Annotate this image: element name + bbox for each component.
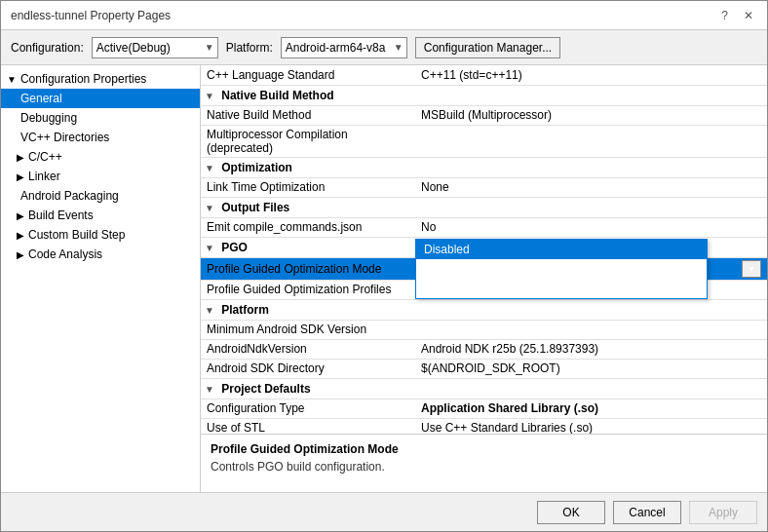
table-row-pgo-mode[interactable]: Profile Guided Optimization Mode Disable… (201, 257, 767, 280)
prop-name: Native Build Method (201, 105, 415, 125)
section-arrow-icon: ▼ (205, 305, 214, 316)
config-select-wrapper: Active(Debug) ▼ (92, 37, 218, 58)
table-row[interactable]: Configuration Type Application Shared Li… (201, 399, 767, 418)
section-arrow-icon: ▼ (205, 91, 214, 101)
prop-table: C++ Language Standard C++11 (std=c++11) … (201, 65, 767, 434)
sidebar-item-android-packaging[interactable]: Android Packaging (1, 186, 200, 206)
sidebar-item-cpp-label: C/C++ (28, 150, 62, 164)
prop-value (415, 320, 767, 339)
section-label: Project Defaults (221, 382, 310, 396)
sidebar-item-code-analysis[interactable]: ▶ Code Analysis (1, 245, 200, 264)
description-panel: Profile Guided Optimization Mode Control… (201, 434, 767, 492)
config-manager-button[interactable]: Configuration Manager... (415, 37, 560, 58)
cancel-button[interactable]: Cancel (613, 501, 681, 524)
section-arrow-icon: ▼ (205, 384, 214, 395)
table-row[interactable]: Use of STL Use C++ Standard Libraries (.… (201, 418, 767, 434)
section-header-optimization[interactable]: ▼ Optimization (201, 157, 767, 177)
prop-value: C++11 (std=c++11) (415, 65, 767, 85)
section-arrow-icon: ▼ (205, 203, 214, 213)
table-row[interactable]: AndroidNdkVersion Android NDK r25b (25.1… (201, 339, 767, 359)
dropdown-option-optimized[interactable]: Optimized (416, 279, 707, 298)
section-label: Native Build Method (221, 89, 333, 102)
main-content: ▼ Configuration Properties General Debug… (1, 65, 767, 492)
dropdown-button[interactable]: ▼ (742, 260, 761, 278)
prop-value-pgo-mode: Disabled ▼ Disabled Instrumented Optimiz… (415, 257, 767, 280)
table-row[interactable]: C++ Language Standard C++11 (std=c++11) (201, 65, 767, 85)
platform-label: Platform: (226, 41, 273, 55)
properties-panel: C++ Language Standard C++11 (std=c++11) … (201, 65, 767, 492)
dropdown-option-instrumented[interactable]: Instrumented (416, 259, 707, 279)
section-header-native-build[interactable]: ▼ Native Build Method (201, 85, 767, 105)
prop-name: Configuration Type (201, 399, 415, 418)
prop-name: Multiprocessor Compilation (deprecated) (201, 125, 415, 157)
linker-arrow-icon: ▶ (17, 171, 24, 182)
sidebar-item-build-events-label: Build Events (28, 209, 94, 222)
platform-select[interactable]: Android-arm64-v8a (281, 37, 407, 58)
section-label: Output Files (221, 201, 289, 214)
description-title: Profile Guided Optimization Mode (211, 442, 757, 456)
section-title: ▼ Project Defaults (201, 378, 767, 399)
config-bar: Configuration: Active(Debug) ▼ Platform:… (1, 30, 767, 65)
prop-value: Application Shared Library (.so) (415, 399, 767, 418)
prop-name: Emit compile_commands.json (201, 217, 415, 237)
sidebar-item-general[interactable]: General (1, 89, 200, 108)
window-title: endless-tunnel Property Pages (11, 9, 171, 22)
section-label: PGO (221, 241, 248, 254)
prop-name: C++ Language Standard (201, 65, 415, 85)
prop-value (415, 125, 767, 157)
prop-value: MSBuild (Multiprocessor) (415, 105, 767, 125)
prop-name-pgo-mode: Profile Guided Optimization Mode (201, 257, 415, 280)
table-row[interactable]: Native Build Method MSBuild (Multiproces… (201, 105, 767, 125)
sidebar-root-item[interactable]: ▼ Configuration Properties (1, 69, 200, 89)
prop-name: Link Time Optimization (201, 177, 415, 197)
dropdown-option-disabled[interactable]: Disabled (416, 240, 707, 259)
section-arrow-icon: ▼ (205, 163, 214, 173)
prop-name: Android SDK Directory (201, 359, 415, 378)
section-arrow-icon: ▼ (205, 243, 214, 253)
help-button[interactable]: ? (717, 9, 732, 22)
config-select[interactable]: Active(Debug) (92, 37, 218, 58)
prop-name: Minimum Android SDK Version (201, 320, 415, 339)
sidebar-root-label: Configuration Properties (20, 72, 146, 86)
root-arrow-icon: ▼ (7, 74, 17, 85)
config-label: Configuration: (11, 41, 84, 55)
section-header-project-defaults[interactable]: ▼ Project Defaults (201, 378, 767, 399)
section-title: ▼ Output Files (201, 197, 767, 217)
section-label: Platform (221, 303, 269, 317)
code-analysis-arrow-icon: ▶ (17, 249, 24, 260)
table-row[interactable]: Minimum Android SDK Version (201, 320, 767, 339)
section-header-platform[interactable]: ▼ Platform (201, 299, 767, 320)
table-row[interactable]: Emit compile_commands.json No (201, 217, 767, 237)
custom-build-arrow-icon: ▶ (17, 230, 24, 241)
dropdown-popup: Disabled Instrumented Optimized (415, 239, 708, 299)
table-row[interactable]: Link Time Optimization None (201, 177, 767, 197)
sidebar-item-linker-label: Linker (28, 170, 60, 183)
build-events-arrow-icon: ▶ (17, 210, 24, 221)
table-row[interactable]: Multiprocessor Compilation (deprecated) (201, 125, 767, 157)
apply-button[interactable]: Apply (689, 501, 757, 524)
section-title: ▼ Native Build Method (201, 85, 767, 105)
prop-value: $(ANDROID_SDK_ROOT) (415, 359, 767, 378)
close-button[interactable]: ✕ (740, 9, 757, 22)
description-text: Controls PGO build configuration. (211, 460, 757, 474)
bottom-bar: OK Cancel Apply (1, 492, 767, 531)
sidebar-item-debugging[interactable]: Debugging (1, 108, 200, 128)
sidebar-item-linker[interactable]: ▶ Linker (1, 167, 200, 186)
platform-select-wrapper: Android-arm64-v8a ▼ (281, 37, 407, 58)
section-title: ▼ Platform (201, 299, 767, 320)
sidebar-item-build-events[interactable]: ▶ Build Events (1, 206, 200, 225)
ok-button[interactable]: OK (537, 501, 605, 524)
sidebar-item-code-analysis-label: Code Analysis (28, 247, 102, 261)
section-title: ▼ Optimization (201, 157, 767, 177)
property-pages-window: endless-tunnel Property Pages ? ✕ Config… (0, 0, 768, 532)
title-bar: endless-tunnel Property Pages ? ✕ (1, 1, 767, 30)
prop-name: Profile Guided Optimization Profiles (201, 280, 415, 299)
sidebar-item-custom-build-step[interactable]: ▶ Custom Build Step (1, 225, 200, 245)
sidebar-item-vc-directories[interactable]: VC++ Directories (1, 128, 200, 147)
table-row[interactable]: Android SDK Directory $(ANDROID_SDK_ROOT… (201, 359, 767, 378)
section-header-output-files[interactable]: ▼ Output Files (201, 197, 767, 217)
prop-value: No (415, 217, 767, 237)
sidebar-item-cpp[interactable]: ▶ C/C++ (1, 147, 200, 167)
title-bar-controls: ? ✕ (717, 9, 757, 22)
prop-value: None (415, 177, 767, 197)
